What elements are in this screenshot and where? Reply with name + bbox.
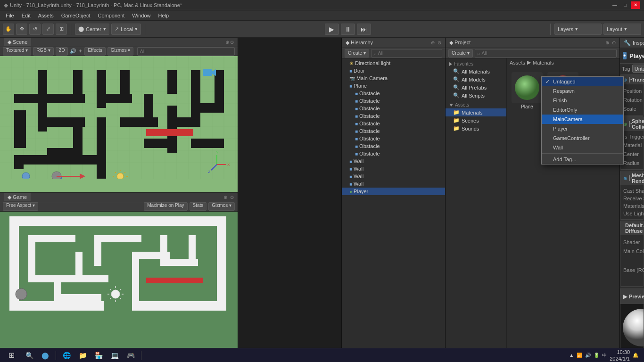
taskbar-unity[interactable]: 🎮	[123, 349, 138, 362]
taskbar-pc[interactable]: 💻	[107, 349, 122, 362]
minimize-button[interactable]: —	[610, 1, 619, 9]
transform-header[interactable]: ⊕ Transform ⚙	[620, 75, 644, 84]
scene-view[interactable]: X Y Z	[0, 56, 238, 192]
layers-dropdown[interactable]: Layers▾	[554, 24, 602, 35]
play-button[interactable]: ▶	[325, 24, 339, 35]
game-view[interactable]	[0, 212, 238, 348]
hier-obstacle-9[interactable]: ■ Obstacle	[342, 150, 445, 157]
material-plane[interactable]: Plane	[511, 70, 544, 111]
hier-obstacle-5[interactable]: ■ Obstacle	[342, 120, 445, 127]
tag-player[interactable]: Player	[620, 124, 623, 133]
menu-edit[interactable]: Edit	[18, 12, 34, 19]
hier-obstacle-4[interactable]: ■ Obstacle	[342, 112, 445, 120]
tool-hand[interactable]: ✋	[3, 24, 14, 35]
game-gizmos[interactable]: Gizmos ▾	[208, 202, 235, 211]
hierarchy-search[interactable]	[371, 49, 442, 58]
tool-rect[interactable]: ⊞	[56, 24, 67, 35]
hier-wall-4[interactable]: ■ Wall	[342, 180, 445, 188]
tool-move[interactable]: ✥	[16, 24, 27, 35]
center-dropdown[interactable]: ⬤Center▾	[75, 24, 109, 35]
folder-materials[interactable]: 📁 Materials	[446, 108, 506, 116]
stats-button[interactable]: Stats	[190, 202, 207, 211]
hier-obstacle-1[interactable]: ■ Obstacle	[342, 90, 445, 97]
hier-directional-light[interactable]: ☀ Directional light	[342, 59, 445, 67]
sphere-collider-header[interactable]: ⊕ Sphere Collider ⚙	[620, 117, 644, 131]
project-search[interactable]	[475, 49, 617, 58]
hier-obstacle-3[interactable]: ■ Obstacle	[342, 105, 445, 112]
layout-dropdown[interactable]: Layout▾	[603, 24, 641, 35]
hier-main-camera[interactable]: 📷 Main Camera	[342, 74, 445, 82]
favorites-header[interactable]: Favorites	[446, 60, 506, 67]
tag-respawn[interactable]: Respawn	[620, 86, 623, 96]
menu-file[interactable]: File	[2, 12, 18, 19]
textured-dropdown[interactable]: Textured ▾	[3, 47, 31, 56]
menu-help[interactable]: Help	[154, 12, 173, 19]
tag-editor-only[interactable]: EditorOnly	[620, 105, 623, 115]
step-button[interactable]: ⏭	[357, 24, 371, 35]
taskbar-volume[interactable]: 🔊	[585, 353, 591, 358]
menu-component[interactable]: Component	[94, 12, 128, 19]
svg-rect-96	[146, 278, 203, 283]
aspect-dropdown[interactable]: Free Aspect ▾	[3, 202, 38, 211]
hier-wall-1[interactable]: ■ Wall	[342, 157, 445, 165]
pause-button[interactable]: ⏸	[341, 24, 355, 35]
maximize-button[interactable]: □	[620, 1, 630, 9]
hier-door[interactable]: ■ Door	[342, 67, 445, 74]
hier-wall-2[interactable]: ■ Wall	[342, 165, 445, 173]
project-create[interactable]: Create ▾	[448, 49, 473, 58]
effects-dropdown[interactable]: Effects	[84, 47, 105, 56]
rgb-dropdown[interactable]: RGB ▾	[33, 47, 53, 56]
transform-enable[interactable]	[629, 77, 630, 82]
fav-all-materials[interactable]: 🔍 All Materials	[446, 67, 506, 75]
tag-add-tag[interactable]: Add Tag...	[620, 155, 623, 164]
taskbar-notification[interactable]: 🔔	[633, 353, 638, 358]
game-tab[interactable]: ◆ Game	[4, 193, 31, 201]
menu-window[interactable]: Window	[128, 12, 154, 19]
hierarchy-create[interactable]: Create ▾	[345, 49, 369, 58]
mesh-renderer-header[interactable]: ⊕ Mesh Renderer ⚙	[620, 171, 644, 185]
gizmos-dropdown[interactable]: Gizmos ▾	[107, 47, 134, 56]
tag-game-controller[interactable]: GameController	[620, 133, 623, 143]
tag-main-camera[interactable]: MainCamera	[620, 115, 623, 124]
taskbar-up-arrow[interactable]: ▲	[569, 353, 574, 358]
assets-header[interactable]: Assets	[446, 101, 506, 108]
hier-plane[interactable]: ■ Plane	[342, 82, 445, 90]
taskbar-search[interactable]: 🔍	[22, 349, 37, 362]
renderer-enable[interactable]	[629, 175, 630, 181]
2d-toggle[interactable]: 2D	[56, 47, 68, 56]
folder-sounds[interactable]: 📁 Sounds	[446, 124, 506, 132]
fav-all-prefabs[interactable]: 🔍 All Prefabs	[446, 83, 506, 91]
menu-assets[interactable]: Assets	[34, 12, 58, 19]
scene-tab[interactable]: ◆ Scene	[4, 38, 31, 46]
scene-search[interactable]	[137, 47, 235, 56]
taskbar-start[interactable]: ⊞	[2, 349, 21, 362]
hier-obstacle-6[interactable]: ■ Obstacle	[342, 127, 445, 135]
taskbar-explorer[interactable]: 📁	[75, 349, 90, 362]
hier-player[interactable]: ● Player	[342, 188, 445, 195]
tag-finish[interactable]: Finish	[620, 96, 623, 105]
taskbar-edge[interactable]: 🌐	[59, 349, 74, 362]
menu-gameobject[interactable]: GameObject	[58, 12, 94, 19]
hier-obstacle-8[interactable]: ■ Obstacle	[342, 142, 445, 150]
fav-all-scripts[interactable]: 🔍 All Scripts	[446, 91, 506, 99]
fav-all-models[interactable]: 🔍 All Models	[446, 75, 506, 83]
taskbar-task-view[interactable]: ⬤	[38, 349, 53, 362]
tag-untagged[interactable]: Untagged	[620, 77, 623, 86]
tag-dropdown[interactable]: Untagged▾	[632, 65, 644, 73]
taskbar-store[interactable]: 🏪	[91, 349, 106, 362]
close-button[interactable]: ✕	[631, 1, 640, 9]
preview-header[interactable]: ▶ Preview ⚙ ☀	[620, 289, 644, 304]
hier-obstacle-2[interactable]: ■ Obstacle	[342, 97, 445, 105]
folder-scenes[interactable]: 📁 Scenes	[446, 116, 506, 124]
local-dropdown[interactable]: ↗Local▾	[111, 24, 141, 35]
maximize-on-play[interactable]: Maximize on Play	[144, 202, 187, 211]
tool-rotate[interactable]: ↺	[29, 24, 41, 35]
material-header[interactable]: Default-Diffuse ⚙ ↗	[620, 221, 644, 235]
hier-obstacle-7[interactable]: ■ Obstacle	[342, 135, 445, 142]
hier-wall-3[interactable]: ■ Wall	[342, 173, 445, 180]
taskbar-ime[interactable]: 中	[602, 352, 607, 359]
collider-enable[interactable]	[629, 121, 630, 127]
taskbar-network[interactable]: 📶	[577, 353, 582, 358]
tag-wall[interactable]: Wall	[620, 143, 623, 152]
tool-scale[interactable]: ⤢	[42, 24, 54, 35]
